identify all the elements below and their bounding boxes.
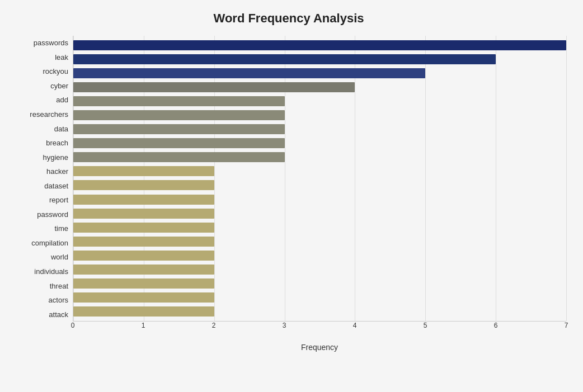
y-label: compilation (31, 239, 68, 247)
x-ticks-container: 01234567 (73, 322, 566, 333)
x-axis-label: Frequency (73, 343, 566, 352)
bar (73, 209, 214, 219)
bar (73, 54, 496, 64)
y-label: leak (55, 54, 68, 61)
bar-row (73, 207, 566, 220)
bar (73, 265, 214, 275)
bar-row (73, 95, 566, 107)
plot-area (73, 36, 566, 322)
bar-row (73, 235, 566, 248)
bar (73, 251, 214, 261)
x-tick: 2 (212, 322, 216, 329)
grid-line (566, 36, 567, 321)
bar (73, 195, 214, 205)
y-label: attack (49, 311, 68, 318)
bar (73, 124, 285, 134)
bar (73, 180, 214, 190)
y-label: dataset (44, 182, 68, 190)
bar (73, 152, 285, 162)
bar (73, 40, 566, 50)
bar (73, 96, 285, 106)
y-label: passwords (34, 39, 68, 46)
y-label: add (56, 96, 68, 103)
y-label: cyber (50, 82, 68, 89)
x-tick: 4 (353, 322, 357, 329)
y-label: world (51, 253, 68, 261)
bar-row (73, 291, 566, 304)
bar-row (73, 249, 566, 262)
x-tick: 1 (142, 322, 145, 329)
bar-row (73, 193, 566, 206)
bar-row (73, 165, 566, 177)
bar (73, 278, 214, 289)
x-tick: 7 (565, 322, 568, 329)
bar-row (73, 277, 566, 290)
bar (73, 110, 285, 120)
bar (73, 138, 285, 148)
bar-row (73, 39, 566, 51)
bar (73, 237, 214, 247)
bar-row (73, 263, 566, 276)
chart-container: Word Frequency Analysis passwordsleakroc… (0, 0, 583, 392)
bar-row (73, 137, 566, 149)
bar-row (73, 151, 566, 163)
y-label: time (54, 225, 68, 232)
bar-row (73, 123, 566, 135)
y-label: password (37, 211, 68, 218)
bar-row (73, 221, 566, 234)
bar-row (73, 67, 566, 79)
y-label: breach (46, 139, 68, 147)
bar (73, 82, 355, 92)
x-tick: 0 (71, 322, 75, 329)
x-tick: 3 (283, 322, 286, 329)
y-label: individuals (34, 268, 68, 275)
bar (73, 68, 425, 78)
x-tick: 5 (424, 322, 427, 329)
y-label: researchers (30, 111, 68, 118)
bar (73, 223, 214, 233)
y-label: data (54, 125, 68, 133)
y-label: hacker (46, 168, 68, 175)
y-label: hygiene (43, 154, 68, 161)
bar-row (73, 81, 566, 93)
y-label: rockyou (43, 68, 68, 75)
bar (73, 292, 214, 303)
y-label: actors (49, 296, 68, 304)
chart-title: Word Frequency Analysis (11, 11, 566, 26)
bars-wrapper (73, 36, 566, 321)
bar (73, 166, 214, 176)
bar (73, 306, 214, 317)
bar-row (73, 179, 566, 191)
bar-row (73, 109, 566, 121)
y-label: threat (50, 282, 68, 290)
y-label: report (49, 196, 68, 204)
bar-row (73, 53, 566, 65)
x-tick: 6 (494, 322, 498, 329)
chart-area: passwordsleakrockyoucyberaddresearchersd… (11, 36, 566, 322)
bar-row (73, 305, 566, 318)
y-axis: passwordsleakrockyoucyberaddresearchersd… (11, 36, 73, 322)
